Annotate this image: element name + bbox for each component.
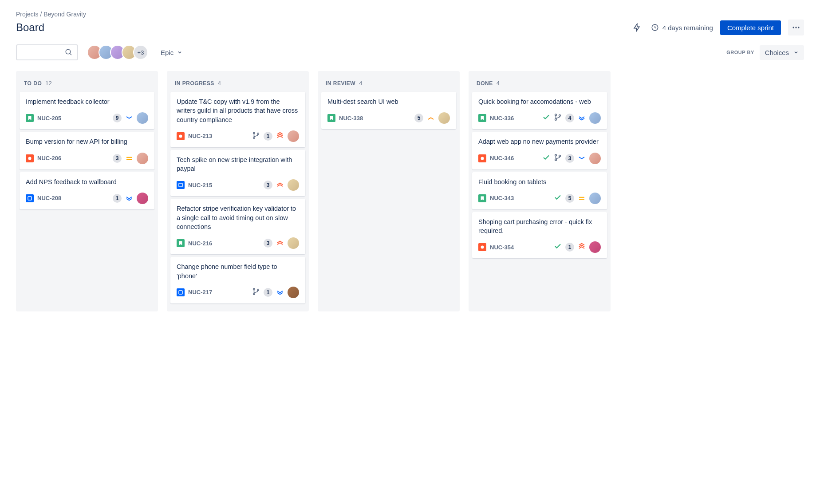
card-title: Adapt web app no new payments provider [478,137,601,146]
issue-card[interactable]: Update T&C copy with v1.9 from the write… [170,92,305,147]
estimate-badge: 5 [414,114,423,122]
board-column: IN REVIEW4 Multi-dest search UI web NUC-… [318,71,460,311]
priority-low-icon [125,114,133,122]
svg-rect-6 [28,197,32,200]
priority-medium-icon [125,154,133,162]
avatar-overflow[interactable]: +3 [133,45,148,60]
priority-medium-icon [427,114,435,122]
assignee-avatar[interactable] [137,153,148,164]
chevron-down-icon [177,50,182,55]
more-actions-button[interactable] [788,20,804,35]
check-icon [542,154,550,163]
estimate-badge: 3 [264,181,272,189]
column-title: IN REVIEW [326,80,355,87]
card-title: Refactor stripe verification key validat… [177,204,299,231]
svg-point-23 [481,246,484,249]
bug-icon [478,243,486,251]
branch-icon [252,287,260,297]
groupby-dropdown[interactable]: Choices [760,45,804,60]
breadcrumb-root[interactable]: Projects [16,11,39,18]
column-count: 4 [497,80,500,87]
card-title: Update T&C copy with v1.9 from the write… [177,97,299,124]
priority-highest-icon [276,132,284,140]
issue-card[interactable]: Quick booking for accomodations - web NU… [472,92,607,129]
issue-card[interactable]: Multi-dest search UI web NUC-338 5 [321,92,456,129]
estimate-badge: 1 [113,194,122,203]
svg-point-22 [559,155,561,157]
issue-card[interactable]: Refactor stripe verification key validat… [170,199,305,254]
card-title: Change phone number field type to 'phone… [177,262,299,280]
assignee-filter[interactable]: +3 [87,45,148,60]
assignee-avatar[interactable] [288,287,299,298]
svg-point-8 [253,132,255,134]
assignee-avatar[interactable] [589,193,601,204]
story-icon [478,114,486,122]
issue-key: NUC-343 [490,195,514,201]
estimate-badge: 3 [113,154,122,163]
breadcrumb-project[interactable]: Beyond Gravity [43,11,86,18]
issue-key: NUC-338 [339,115,363,122]
assignee-avatar[interactable] [288,237,299,249]
check-icon [554,193,562,203]
estimate-badge: 9 [113,114,122,122]
complete-sprint-button[interactable]: Complete sprint [720,20,781,35]
automation-icon[interactable] [630,20,644,35]
issue-key: NUC-354 [490,244,514,251]
issue-key: NUC-336 [490,115,514,122]
card-title: Add NPS feedback to wallboard [26,177,148,186]
svg-point-21 [555,159,557,161]
issue-card[interactable]: Adapt web app no new payments provider N… [472,132,607,169]
assignee-avatar[interactable] [438,112,450,124]
assignee-avatar[interactable] [137,193,148,204]
card-title: Multi-dest search UI web [327,97,450,106]
groupby-label: GROUP BY [726,50,754,55]
svg-point-7 [179,134,182,138]
svg-point-20 [555,154,557,156]
priority-lowest-icon [276,288,284,296]
priority-high-icon [276,181,284,189]
page-title: Board [16,21,44,34]
assignee-avatar[interactable] [589,241,601,253]
issue-card[interactable]: Change phone number field type to 'phone… [170,257,305,303]
card-title: Bump version for new API for billing [26,137,148,146]
story-icon [26,114,34,122]
check-icon [542,113,550,123]
issue-card[interactable]: Fluid booking on tablets NUC-343 5 [472,172,607,209]
search-icon [65,48,73,56]
issue-key: NUC-213 [188,133,212,139]
svg-point-10 [257,133,259,134]
clock-icon [651,24,659,32]
assignee-avatar[interactable] [589,112,601,124]
issue-card[interactable]: Bump version for new API for billing NUC… [20,132,154,169]
svg-point-17 [555,119,557,121]
chevron-down-icon [793,50,799,55]
issue-key: NUC-346 [490,155,514,161]
branch-icon [554,113,562,123]
estimate-badge: 4 [565,114,574,122]
svg-point-14 [253,293,255,295]
issue-key: NUC-216 [188,240,212,247]
issue-card[interactable]: Implement feedback collector NUC-205 9 [20,92,154,129]
svg-point-16 [555,114,557,116]
assignee-avatar[interactable] [589,153,601,164]
bug-icon [26,154,34,162]
assignee-avatar[interactable] [288,130,299,142]
issue-key: NUC-206 [37,155,61,161]
assignee-avatar[interactable] [288,179,299,191]
issue-card[interactable]: Tech spike on new stripe integration wit… [170,150,305,197]
issue-card[interactable]: Shoping cart purchasing error - quick fi… [472,212,607,259]
days-remaining: 4 days remaining [651,24,713,32]
issue-card[interactable]: Add NPS feedback to wallboard NUC-208 1 [20,172,154,209]
assignee-avatar[interactable] [137,112,148,124]
story-icon [478,194,486,202]
epic-dropdown[interactable]: Epic [157,46,186,59]
priority-lowest-icon [578,114,586,122]
card-title: Fluid booking on tablets [478,177,601,186]
column-count: 12 [45,80,51,87]
svg-point-19 [481,157,484,160]
priority-high-icon [276,239,284,247]
card-title: Quick booking for accomodations - web [478,97,601,106]
check-icon [554,242,562,252]
search-input[interactable] [16,44,78,60]
task-icon [177,288,185,296]
